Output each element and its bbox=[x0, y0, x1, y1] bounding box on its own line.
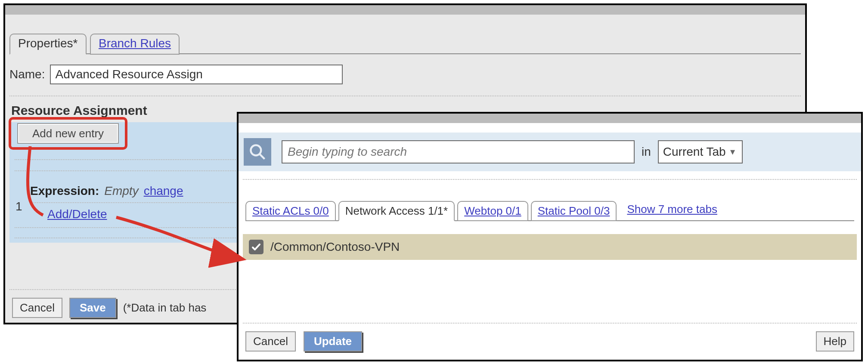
save-button[interactable]: Save bbox=[69, 298, 116, 318]
tab-webtop[interactable]: Webtop 0/1 bbox=[457, 201, 528, 221]
search-scope-value: Current Tab bbox=[663, 145, 726, 159]
svg-line-1 bbox=[260, 154, 265, 159]
panel-titlebar bbox=[5, 5, 805, 15]
resource-item-row: /Common/Contoso-VPN bbox=[243, 234, 857, 260]
cancel-button[interactable]: Cancel bbox=[245, 331, 296, 352]
row-index: 1 bbox=[16, 200, 22, 213]
expression-row: Expression: Empty change bbox=[30, 184, 183, 198]
divider bbox=[9, 96, 801, 96]
tab-properties[interactable]: Properties* bbox=[9, 34, 87, 55]
panel-footer: Cancel Save (*Data in tab has bbox=[12, 298, 206, 318]
tab-static-acls[interactable]: Static ACLs 0/0 bbox=[245, 201, 336, 221]
check-icon bbox=[251, 242, 261, 252]
name-row: Name: bbox=[9, 65, 801, 84]
tab-static-pool[interactable]: Static Pool 0/3 bbox=[531, 201, 617, 221]
resource-checkbox[interactable] bbox=[249, 240, 264, 254]
resource-picker-panel: in Current Tab ▾ Static ACLs 0/0 Network… bbox=[237, 112, 863, 361]
main-tabs: Properties* Branch Rules bbox=[9, 28, 801, 54]
add-new-entry-button[interactable]: Add new entry bbox=[17, 123, 119, 144]
tab-network-access[interactable]: Network Access 1/1* bbox=[338, 201, 455, 221]
name-label: Name: bbox=[9, 68, 45, 81]
divider bbox=[243, 179, 857, 180]
show-more-tabs-link[interactable]: Show 7 more tabs bbox=[627, 203, 717, 216]
name-input[interactable] bbox=[50, 65, 343, 84]
picker-footer: Cancel Update Help bbox=[245, 331, 854, 352]
help-button[interactable]: Help bbox=[816, 331, 854, 352]
search-scope-label: in bbox=[642, 145, 651, 159]
expression-value: Empty bbox=[104, 184, 138, 198]
expression-label: Expression: bbox=[30, 184, 99, 198]
cancel-button[interactable]: Cancel bbox=[12, 298, 62, 318]
divider bbox=[243, 323, 857, 324]
resource-sub-tabs: Static ACLs 0/0 Network Access 1/1* Webt… bbox=[245, 198, 854, 221]
svg-point-0 bbox=[251, 145, 261, 155]
tab-branch-rules[interactable]: Branch Rules bbox=[90, 34, 180, 55]
add-new-entry-highlight: Add new entry bbox=[9, 117, 127, 150]
search-bar: in Current Tab ▾ bbox=[239, 133, 861, 171]
chevron-down-icon: ▾ bbox=[730, 146, 735, 157]
resource-item-label: /Common/Contoso-VPN bbox=[270, 240, 400, 254]
resource-assignment-title: Resource Assignment bbox=[11, 103, 147, 118]
panel-titlebar bbox=[239, 114, 861, 123]
change-link[interactable]: change bbox=[144, 184, 183, 198]
unsaved-hint: (*Data in tab has bbox=[123, 301, 207, 315]
search-input[interactable] bbox=[282, 140, 635, 163]
add-delete-link[interactable]: Add/Delete bbox=[47, 207, 107, 221]
search-scope-select[interactable]: Current Tab ▾ bbox=[658, 140, 743, 163]
search-icon bbox=[244, 138, 271, 166]
update-button[interactable]: Update bbox=[304, 331, 362, 352]
